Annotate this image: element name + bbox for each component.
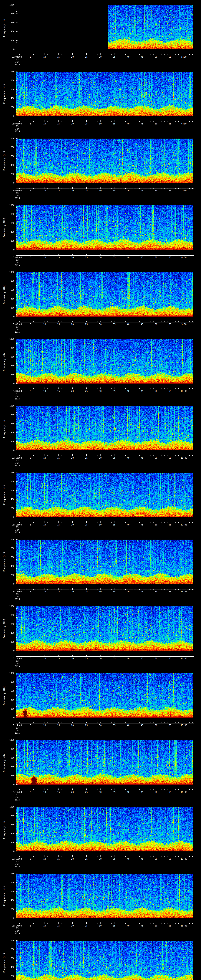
y-minor-tick xyxy=(16,45,17,45)
x-minor-tick xyxy=(164,923,165,924)
y-axis-title: Frequency (Hz) xyxy=(3,686,6,705)
x-minor-tick xyxy=(150,856,151,857)
x-minor-tick xyxy=(56,856,56,857)
y-major-tick xyxy=(16,299,18,299)
x-minor-tick xyxy=(125,522,126,523)
spectrogram-panel-6: Frequency (Hz) 10008006004002000 16:09:0… xyxy=(0,334,201,401)
x-end-time-label: 7:00 xyxy=(181,189,187,192)
y-minor-tick xyxy=(16,613,17,613)
y-tick-label: 1000 xyxy=(5,405,14,407)
x-minor-tick xyxy=(150,188,151,189)
y-tick-label: 800 xyxy=(5,347,14,349)
y-major-tick xyxy=(16,223,18,223)
x-tick-label: 10 xyxy=(43,524,46,526)
date-label: 13 xyxy=(16,727,18,729)
x-minor-tick xyxy=(72,789,73,790)
x-minor-tick xyxy=(92,121,92,122)
x-minor-tick xyxy=(56,655,56,656)
y-major-tick xyxy=(16,40,18,41)
x-minor-tick xyxy=(100,589,100,590)
y-tick-label: 1000 xyxy=(5,873,14,875)
x-minor-tick xyxy=(167,655,168,656)
x-tick-label: 5 xyxy=(30,724,31,727)
x-tick-label: 55 xyxy=(169,724,171,727)
y-major-tick xyxy=(16,406,18,406)
x-minor-tick xyxy=(167,589,168,590)
x-minor-tick xyxy=(25,388,26,389)
date-label: 2015 xyxy=(15,197,20,199)
y-major-tick xyxy=(16,673,18,673)
x-minor-tick xyxy=(53,856,53,857)
y-tick-label: 0 xyxy=(5,917,14,920)
x-minor-tick xyxy=(150,388,151,389)
x-tick-label: 15 xyxy=(57,56,60,58)
y-minor-tick xyxy=(16,410,17,410)
y-tick-label: 600 xyxy=(5,757,14,759)
x-minor-tick xyxy=(184,923,184,924)
x-minor-tick xyxy=(70,589,70,590)
y-minor-tick xyxy=(16,746,17,747)
x-minor-tick xyxy=(28,121,28,122)
x-tick-label: 25 xyxy=(85,590,88,593)
y-tick-label: 1000 xyxy=(5,472,14,474)
y-major-tick xyxy=(16,949,18,950)
x-tick-label: 20 xyxy=(71,457,73,459)
x-minor-tick xyxy=(47,188,48,189)
y-minor-tick xyxy=(16,359,17,359)
x-tick-label: 30 xyxy=(99,323,102,326)
spectrogram-panel-9: Frequency (Hz) 10008006004002000 16:12:0… xyxy=(0,535,201,601)
x-minor-tick xyxy=(53,589,53,590)
x-minor-tick xyxy=(117,255,117,255)
x-tick-label: 55 xyxy=(169,925,171,927)
x-minor-tick xyxy=(25,856,26,857)
x-minor-tick xyxy=(81,54,81,55)
x-tick-label: 45 xyxy=(141,791,143,794)
x-minor-tick xyxy=(134,388,134,389)
y-tick-label: 400 xyxy=(5,699,14,701)
x-minor-tick xyxy=(45,789,45,790)
x-tick-label: 10 xyxy=(43,858,46,860)
x-minor-tick xyxy=(81,923,81,924)
x-tick-label: 30 xyxy=(99,791,102,794)
x-tick-label: 45 xyxy=(141,858,143,860)
y-major-tick xyxy=(16,250,18,250)
x-tick-label: 30 xyxy=(99,590,102,593)
x-minor-tick xyxy=(159,321,159,322)
y-minor-tick xyxy=(16,845,17,845)
x-minor-tick xyxy=(161,321,162,322)
x-minor-tick xyxy=(30,722,31,723)
x-minor-tick xyxy=(125,789,126,790)
x-minor-tick xyxy=(159,455,159,456)
x-minor-tick xyxy=(167,455,168,456)
x-minor-tick xyxy=(117,121,117,122)
x-tick-label: 15 xyxy=(57,390,60,392)
x-minor-tick xyxy=(187,255,187,255)
x-minor-tick xyxy=(19,321,20,322)
y-tick-label: 1000 xyxy=(5,739,14,741)
x-minor-tick xyxy=(45,655,45,656)
x-minor-tick xyxy=(167,54,168,55)
date-label: Jun xyxy=(15,729,19,732)
x-tick-label: 30 xyxy=(99,256,102,259)
y-minor-tick xyxy=(16,181,17,181)
y-tick-label: 600 xyxy=(5,423,14,425)
x-minor-tick xyxy=(92,789,92,790)
x-minor-tick xyxy=(142,54,142,55)
x-minor-tick xyxy=(81,589,81,590)
x-tick-label: 45 xyxy=(141,457,143,459)
x-minor-tick xyxy=(45,455,45,456)
x-tick-label: 35 xyxy=(113,189,115,192)
y-tick-label: 0 xyxy=(5,249,14,251)
x-tick-label: 40 xyxy=(127,524,129,526)
x-minor-tick xyxy=(134,188,134,189)
spectrogram-heatmap xyxy=(16,807,193,851)
y-minor-tick xyxy=(16,878,17,878)
x-tick-label: 50 xyxy=(155,56,157,58)
x-minor-tick xyxy=(89,522,89,523)
y-tick-label: 800 xyxy=(5,547,14,550)
x-end-time-label: 8:00 xyxy=(181,256,187,259)
x-minor-tick xyxy=(30,522,31,523)
x-minor-tick xyxy=(47,789,48,790)
x-minor-tick xyxy=(64,121,64,122)
y-minor-tick xyxy=(16,564,17,564)
